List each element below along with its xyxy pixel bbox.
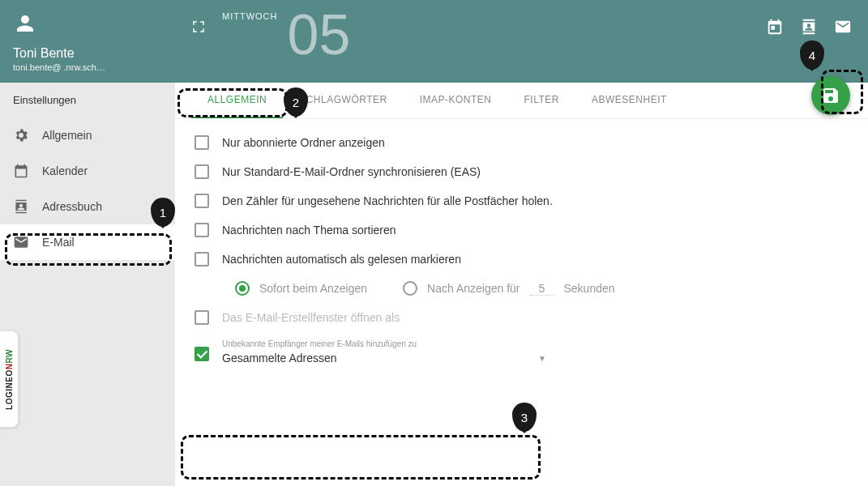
day-name: MITTWOCH [222, 11, 277, 21]
option-subscribed-folders[interactable]: Nur abonnierte Ordner anzeigen [195, 135, 849, 150]
radio-immediate[interactable] [235, 281, 250, 296]
profile-block: Toni Bente toni.bente@ .nrw.sch… [0, 0, 175, 83]
select-label: Unbekannte Empfänger meiner E-Mails hinz… [222, 339, 546, 348]
unit-label: Sekunden [564, 282, 615, 295]
tab-abwesenheit[interactable]: ABWESENHEIT [575, 83, 683, 118]
contacts-icon [13, 198, 29, 215]
option-label: Das E-Mail-Erstellfenster öffnen als [222, 311, 400, 324]
sidebar-item-label: Kalender [42, 164, 88, 177]
checkbox-icon[interactable] [195, 223, 209, 237]
radio-label: Sofort beim Anzeigen [259, 282, 367, 295]
checkbox-icon[interactable] [195, 347, 209, 361]
profile-email: toni.bente@ .nrw.sch… [13, 62, 162, 72]
mail-icon [13, 234, 29, 250]
option-compose-window[interactable]: Das E-Mail-Erstellfenster öffnen als [195, 310, 849, 325]
delay-seconds-input[interactable] [530, 282, 554, 296]
sidebar-item-email[interactable]: E-Mail [0, 224, 175, 260]
gear-icon [13, 127, 29, 143]
select-value: Gesammelte Adressen [222, 352, 337, 364]
caret-down-icon: ▼ [538, 354, 546, 363]
tab-allgemein[interactable]: ALLGEMEIN [191, 83, 283, 118]
option-sync-standard[interactable]: Nur Standard-E-Mail-Ordner synchronisier… [195, 164, 849, 179]
sidebar-item-adressbuch[interactable]: Adressbuch [0, 189, 175, 224]
calendar-icon [13, 163, 29, 179]
save-icon [821, 86, 840, 105]
header: MITTWOCH 05 [175, 0, 868, 83]
date-block: MITTWOCH 05 [222, 6, 350, 63]
calendar-header-icon[interactable] [766, 18, 784, 39]
mail-header-icon[interactable] [834, 18, 852, 39]
checkbox-icon[interactable] [195, 194, 209, 208]
save-button[interactable] [811, 76, 850, 115]
checkbox-icon[interactable] [195, 164, 209, 179]
contacts-header-icon[interactable] [800, 18, 818, 39]
profile-name: Toni Bente [13, 46, 162, 61]
option-auto-mark-read[interactable]: Nachrichten automatisch als gelesen mark… [195, 252, 849, 266]
sidebar-item-label: E-Mail [42, 236, 75, 249]
checkbox-icon[interactable] [195, 252, 209, 266]
sidebar-item-label: Allgemein [42, 129, 92, 142]
select-collected-addresses[interactable]: Gesammelte Adressen ▼ [222, 348, 546, 369]
option-unseen-counter[interactable]: Den Zähler für ungesehene Nachrichten fü… [195, 194, 849, 208]
day-number: 05 [287, 6, 350, 63]
checkbox-icon[interactable] [195, 310, 209, 325]
option-label: Nachrichten nach Thema sortieren [222, 224, 396, 237]
option-label: Nur abonnierte Ordner anzeigen [222, 136, 385, 149]
fullscreen-icon[interactable] [191, 19, 206, 37]
checkbox-icon[interactable] [195, 135, 209, 150]
sidebar-item-label: Adressbuch [42, 200, 102, 213]
option-label: Den Zähler für ungesehene Nachrichten fü… [222, 194, 553, 207]
tabs: ALLGEMEIN SCHLAGWÖRTER IMAP-KONTEN FILTE… [175, 83, 868, 119]
radio-row-mark-read: Sofort beim Anzeigen Nach Anzeigen für S… [235, 281, 849, 296]
option-label: Nachrichten automatisch als gelesen mark… [222, 253, 461, 266]
option-add-unknown-recipients: Unbekannte Empfänger meiner E-Mails hinz… [195, 339, 849, 369]
avatar-icon [13, 11, 162, 41]
radio-after-delay[interactable] [403, 281, 417, 296]
logineo-side-tab[interactable]: LOGINEONRW [0, 330, 19, 428]
tab-imap-konten[interactable]: IMAP-KONTEN [404, 83, 508, 118]
tab-filter[interactable]: FILTER [508, 83, 575, 118]
option-sort-by-topic[interactable]: Nachrichten nach Thema sortieren [195, 223, 849, 237]
radio-label: Nach Anzeigen für [427, 282, 520, 295]
sidebar-item-kalender[interactable]: Kalender [0, 153, 175, 189]
option-label: Nur Standard-E-Mail-Ordner synchronisier… [222, 165, 481, 178]
sidebar-title: Einstellungen [0, 83, 175, 117]
sidebar-item-allgemein[interactable]: Allgemein [0, 117, 175, 153]
